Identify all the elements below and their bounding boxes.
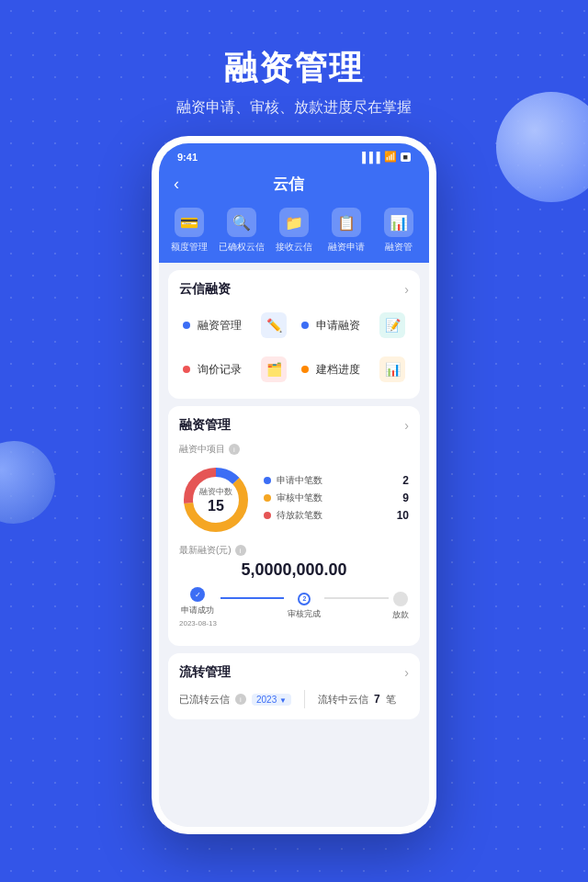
fi-label-2: 询价记录 xyxy=(198,362,254,378)
step-name-audit: 审核完成 xyxy=(288,608,321,620)
tab-apply[interactable]: 📋 融资申请 xyxy=(321,208,373,254)
liuzhuan-section-header: 流转管理 › xyxy=(179,664,409,681)
fi-icon-2: 🗂️ xyxy=(261,356,287,382)
step-line-1 xyxy=(220,597,285,599)
status-icons: ▐▐▐ 📶 ■ xyxy=(358,151,411,163)
step-date-apply: 2023-08-13 xyxy=(179,619,217,628)
decorative-orb-left xyxy=(0,441,55,524)
liuzhuan-row: 已流转云信 i 2023 ▼ 流转中云信 7 笔 xyxy=(179,690,409,708)
status-bar: 9:41 ▐▐▐ 📶 ■ xyxy=(159,143,429,166)
donut-center: 融资中数 15 xyxy=(199,486,232,514)
step-circle-audit: 2 xyxy=(298,593,311,605)
financing-management-section: 融资管理 › 融资中项目 i xyxy=(168,406,420,646)
newest-financing-label: 最新融资(元) i xyxy=(179,544,409,557)
sub-label-text: 融资中项目 xyxy=(179,443,225,456)
tab-label-confirmed: 已确权云信 xyxy=(219,241,265,254)
wifi-icon: 📶 xyxy=(384,151,397,163)
step-audit: 2 审核完成 xyxy=(288,593,321,623)
donut-container: 融资中数 15 申请中笔数 2 审核中笔数 9 xyxy=(179,463,409,537)
tab-icon-confirmed: 🔍 xyxy=(227,208,256,237)
legend-item-0: 申请中笔数 2 xyxy=(264,474,409,487)
status-time: 9:41 xyxy=(177,152,198,163)
step-apply: ✓ 申请成功 2023-08-13 xyxy=(179,587,217,628)
step-circle-apply: ✓ xyxy=(190,587,205,602)
liuzhuan-year: 2023 xyxy=(256,695,277,705)
tab-financing[interactable]: 📊 融资管 xyxy=(373,208,425,254)
legend-label-2: 待放款笔数 xyxy=(277,509,391,522)
info-icon: i xyxy=(229,444,240,455)
tab-receive[interactable]: 📁 接收云信 xyxy=(267,208,320,254)
page-header: 融资管理 融资申请、审核、放款进度尽在掌握 xyxy=(0,0,588,118)
tab-confirmed[interactable]: 🔍 已确权云信 xyxy=(215,208,267,254)
step-line-2 xyxy=(324,597,389,599)
step-circle-loan xyxy=(393,592,408,606)
liuzhuan-divider xyxy=(304,690,305,708)
yunxin-grid: 融资管理 ✏️ 申请融资 📝 询价记录 🗂️ 建档进度 📊 xyxy=(179,307,409,388)
phone-frame: 9:41 ▐▐▐ 📶 ■ ‹ 云信 💳 额度管理 🔍 已确权云信 📁 接收云信 … xyxy=(152,136,436,834)
liuzhuan-title: 流转管理 xyxy=(179,664,231,681)
liuzhuan-right-label: 流转中云信 xyxy=(318,693,368,707)
battery-icon: ■ xyxy=(401,153,411,162)
yunxin-item-2[interactable]: 询价记录 🗂️ xyxy=(179,351,290,388)
back-button[interactable]: ‹ xyxy=(174,175,179,194)
tab-label-apply: 融资申请 xyxy=(328,241,365,254)
liuzhuan-info-icon: i xyxy=(235,694,246,705)
newest-label-text: 最新融资(元) xyxy=(179,544,232,557)
phone-content[interactable]: 云信融资 › 融资管理 ✏️ 申请融资 📝 询价记录 🗂️ xyxy=(159,263,429,834)
step-name-apply: 申请成功 xyxy=(181,605,214,616)
donut-center-label: 融资中数 xyxy=(199,486,232,498)
tab-label-financing: 融资管 xyxy=(385,241,413,254)
yunxin-section-header: 云信融资 › xyxy=(179,281,409,298)
progress-steps: ✓ 申请成功 2023-08-13 2 审核完成 放款 xyxy=(179,587,409,628)
tab-label-receive: 接收云信 xyxy=(276,241,312,254)
liuzhuan-year-tag[interactable]: 2023 ▼ xyxy=(252,694,291,706)
page-subtitle: 融资申请、审核、放款进度尽在掌握 xyxy=(0,98,588,118)
fi-icon-0: ✏️ xyxy=(261,312,287,338)
fi-dot-3 xyxy=(301,366,309,373)
project-sub-label: 融资中项目 i xyxy=(179,443,409,456)
fi-label-1: 申请融资 xyxy=(316,318,372,334)
financing-section-title: 融资管理 xyxy=(179,417,231,434)
financing-amount: 5,0000,000.00 xyxy=(179,560,409,580)
legend-label-1: 审核中笔数 xyxy=(277,492,397,504)
fi-dot-0 xyxy=(183,322,190,329)
legend-dot-1 xyxy=(264,494,271,502)
fi-dot-2 xyxy=(183,366,190,373)
yunxin-arrow-icon[interactable]: › xyxy=(404,282,409,297)
tab-icon-financing: 📊 xyxy=(384,208,413,237)
financing-arrow-icon[interactable]: › xyxy=(404,418,409,433)
yunxin-financing-section: 云信融资 › 融资管理 ✏️ 申请融资 📝 询价记录 🗂️ xyxy=(168,270,420,399)
fi-label-0: 融资管理 xyxy=(198,318,254,334)
donut-center-num: 15 xyxy=(199,498,232,514)
legend-dot-2 xyxy=(264,512,271,519)
fi-icon-3: 📊 xyxy=(379,356,405,382)
liuzhuan-arrow-icon[interactable]: › xyxy=(404,665,409,680)
donut-chart: 融资中数 15 xyxy=(179,463,253,537)
yunxin-item-0[interactable]: 融资管理 ✏️ xyxy=(179,307,290,344)
fi-icon-1: 📝 xyxy=(379,312,405,338)
legend-val-0: 2 xyxy=(402,474,409,487)
legend-item-2: 待放款笔数 10 xyxy=(264,509,409,522)
tab-bar: 💳 额度管理 🔍 已确权云信 📁 接收云信 📋 融资申请 📊 融资管 xyxy=(159,202,429,263)
newest-info-icon: i xyxy=(235,545,246,556)
page-title: 融资管理 xyxy=(0,46,588,91)
tab-quota[interactable]: 💳 额度管理 xyxy=(163,208,215,254)
financing-section-header: 融资管理 › xyxy=(179,417,409,434)
liuzhuan-section: 流转管理 › 已流转云信 i 2023 ▼ 流转中云信 7 笔 xyxy=(168,653,420,719)
nav-title: 云信 xyxy=(187,174,390,195)
yunxin-item-3[interactable]: 建档进度 📊 xyxy=(298,351,409,388)
legend-dot-0 xyxy=(264,477,271,484)
liuzhuan-count: 7 xyxy=(374,693,380,706)
tab-icon-quota: 💳 xyxy=(175,208,204,237)
step-name-loan: 放款 xyxy=(392,609,409,621)
yunxin-item-1[interactable]: 申请融资 📝 xyxy=(298,307,409,344)
liuzhuan-left-label: 已流转云信 xyxy=(179,693,230,707)
liuzhuan-dropdown-icon: ▼ xyxy=(279,696,287,705)
fi-label-3: 建档进度 xyxy=(316,362,372,378)
tab-icon-receive: 📁 xyxy=(279,208,309,237)
liuzhuan-unit: 笔 xyxy=(386,693,396,707)
tab-label-quota: 额度管理 xyxy=(171,241,208,254)
signal-icon: ▐▐▐ xyxy=(358,152,379,163)
yunxin-section-title: 云信融资 xyxy=(179,281,231,298)
step-loan: 放款 xyxy=(392,592,409,624)
